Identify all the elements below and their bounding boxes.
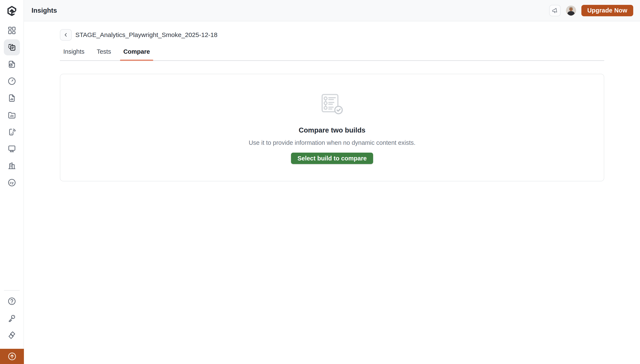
svg-text:cy: cy [10, 181, 14, 184]
speedometer-icon [7, 76, 17, 86]
tab-insights[interactable]: Insights [60, 44, 88, 60]
compare-card: Compare two builds Use it to provide inf… [60, 74, 604, 181]
sidebar-item-organization[interactable] [4, 158, 20, 174]
build-header: STAGE_Analytics_Playwright_Smoke_2025-12… [60, 29, 604, 40]
help-icon [7, 296, 17, 306]
tab-tests[interactable]: Tests [93, 44, 114, 60]
sidebar-item-integrations[interactable] [4, 327, 20, 343]
empty-state-heading: Compare two builds [299, 126, 365, 134]
header-actions: Upgrade Now [549, 5, 633, 16]
megaphone-icon [551, 7, 558, 14]
building-icon [7, 161, 17, 170]
file-chart-icon [7, 94, 17, 103]
back-button[interactable] [60, 29, 72, 40]
folder-chart-icon [7, 110, 17, 120]
empty-state-description: Use it to provide information when no dy… [249, 139, 415, 146]
top-header: Insights [24, 0, 640, 21]
content: STAGE_Analytics_Playwright_Smoke_2025-12… [24, 29, 640, 181]
sidebar-footer [0, 290, 24, 344]
hexagon-arrow-logo-icon [6, 5, 17, 16]
chevron-left-icon [63, 32, 69, 38]
tab-compare[interactable]: Compare [120, 44, 153, 60]
key-icon [7, 314, 17, 323]
empty-state-icon [321, 93, 343, 116]
sidebar-item-file-chart[interactable] [4, 90, 20, 106]
sidebar-upgrade-button[interactable] [0, 349, 24, 364]
build-title: STAGE_Analytics_Playwright_Smoke_2025-12… [75, 31, 217, 38]
integrations-icon [7, 330, 17, 340]
sidebar-item-folder-chart[interactable] [4, 107, 20, 123]
cypress-icon: cy [7, 178, 17, 187]
test-file-icon [7, 60, 17, 69]
sidebar: cy [0, 0, 24, 364]
app-logo[interactable] [0, 0, 24, 21]
sidebar-item-real-device[interactable] [4, 124, 20, 140]
app-root: cy [0, 0, 640, 364]
main-area: Insights [24, 0, 640, 364]
mobile-signal-icon [7, 127, 17, 136]
sidebar-item-cypress[interactable]: cy [4, 174, 20, 191]
sidebar-nav: cy [0, 22, 24, 192]
build-tabs: Insights Tests Compare [60, 44, 604, 61]
sidebar-item-access-key[interactable] [4, 310, 20, 326]
sidebar-item-insights[interactable] [4, 39, 20, 56]
upgrade-now-button[interactable]: Upgrade Now [581, 5, 633, 16]
sidebar-item-dashboard[interactable] [4, 22, 20, 38]
user-avatar[interactable] [566, 6, 576, 16]
select-build-button[interactable]: Select build to compare [291, 152, 373, 164]
sidebar-item-speedometer[interactable] [4, 73, 20, 89]
sidebar-item-desktop[interactable] [4, 141, 20, 157]
monitor-icon [7, 144, 17, 154]
sidebar-item-test-file[interactable] [4, 56, 20, 72]
sidebar-divider [4, 290, 20, 291]
announcements-button[interactable] [549, 5, 561, 16]
checklist-check-icon [321, 93, 343, 115]
page-title: Insights [32, 7, 57, 14]
insights-icon [7, 43, 17, 52]
dashboard-icon [7, 26, 17, 35]
avatar-photo [566, 6, 576, 16]
arrow-up-circle-icon [7, 352, 17, 361]
sidebar-item-help[interactable] [4, 293, 20, 309]
